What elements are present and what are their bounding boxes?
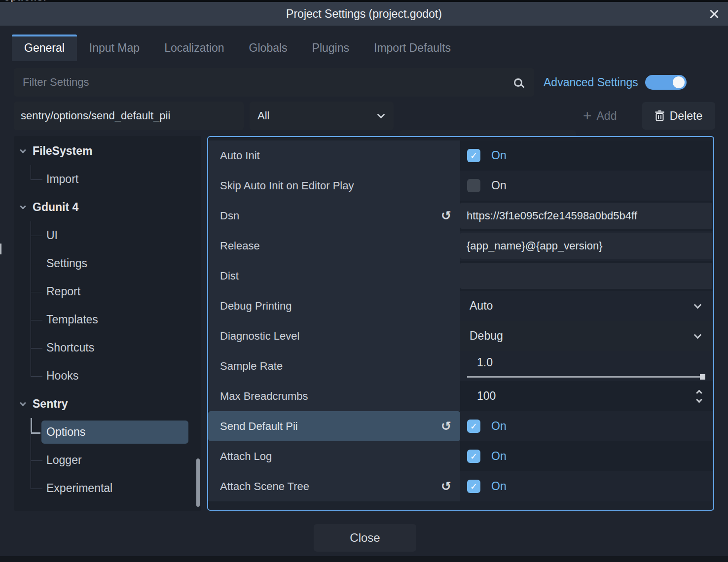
tree-item-logger[interactable]: Logger: [14, 446, 201, 474]
tab-globals[interactable]: Globals: [237, 35, 300, 61]
checkbox-state-label: On: [491, 450, 507, 463]
tree-section-label: Gdunit 4: [33, 201, 78, 214]
tree-item-label: Options: [46, 425, 85, 439]
tab-label: General: [24, 41, 65, 55]
tab-label: Globals: [249, 41, 288, 55]
text-field[interactable]: https://3f1e095cf2e14598a0bd5b4ff: [460, 203, 712, 229]
setting-value-cell[interactable]: On: [460, 171, 713, 201]
setting-row-max-breadcrumbs: Max Breadcrumbs100: [208, 381, 713, 411]
setting-label: Max Breadcrumbs: [220, 390, 308, 403]
tab-general[interactable]: General: [12, 35, 77, 61]
setting-value-cell[interactable]: Auto: [460, 291, 713, 321]
tree-item-import[interactable]: Import: [14, 165, 201, 193]
setting-label-cell[interactable]: Diagnostic Level: [208, 321, 460, 351]
tree-item-options[interactable]: Options: [14, 418, 201, 446]
tree-item-experimental[interactable]: Experimental: [14, 474, 201, 502]
property-path-field[interactable]: [14, 102, 244, 130]
tree-item-shortcuts[interactable]: Shortcuts: [14, 334, 201, 362]
setting-label-cell[interactable]: Skip Auto Init on Editor Play: [208, 171, 460, 201]
tree-item-settings[interactable]: Settings: [14, 249, 201, 278]
setting-label-cell[interactable]: Attach Log: [208, 441, 460, 471]
tab-input-map[interactable]: Input Map: [77, 35, 152, 61]
setting-label-cell[interactable]: Auto Init: [208, 140, 460, 171]
revert-icon[interactable]: ↺: [441, 420, 451, 432]
property-path-input[interactable]: [21, 109, 237, 122]
slider-track[interactable]: [467, 376, 705, 378]
dialog-title: Project Settings (project.godot): [0, 2, 728, 26]
tree-guide-line: [31, 278, 43, 306]
checkbox-state-label: On: [491, 149, 507, 162]
tree-item-gdunit-4[interactable]: Gdunit 4: [14, 193, 201, 221]
setting-value-cell[interactable]: https://3f1e095cf2e14598a0bd5b4ff: [460, 201, 713, 231]
spinner-value: 100: [477, 389, 496, 403]
tree-scrollbar[interactable]: [196, 458, 200, 507]
tree-item-ui[interactable]: UI: [14, 221, 201, 249]
filter-settings-input[interactable]: [23, 76, 514, 89]
slider-handle[interactable]: [700, 374, 705, 380]
delete-property-button[interactable]: Delete: [642, 102, 715, 130]
plus-icon: +: [583, 108, 592, 123]
setting-label-cell[interactable]: Send Default Pii↺: [208, 411, 460, 441]
background-text-fragment: options!: [4, 0, 47, 2]
checkbox[interactable]: ✓: [467, 450, 480, 463]
close-icon[interactable]: [707, 7, 721, 21]
setting-value-cell[interactable]: Debug: [460, 321, 713, 351]
setting-value-cell[interactable]: 100: [460, 381, 713, 411]
tree-item-label: Shortcuts: [46, 341, 94, 354]
setting-label: Send Default Pii: [220, 420, 298, 433]
setting-label-cell[interactable]: Sample Rate: [208, 351, 460, 381]
feature-filter-dropdown[interactable]: All: [250, 102, 394, 130]
text-field[interactable]: {app_name}@{app_version}: [460, 233, 712, 259]
setting-value-cell[interactable]: ✓On: [460, 411, 713, 441]
setting-value-cell[interactable]: ✓On: [460, 441, 713, 471]
setting-label-cell[interactable]: Max Breadcrumbs: [208, 381, 460, 411]
add-property-button[interactable]: + Add: [583, 102, 617, 130]
close-button[interactable]: Close: [314, 524, 416, 552]
setting-label-cell[interactable]: Attach Scene Tree↺: [208, 471, 460, 501]
setting-label-cell[interactable]: Release: [208, 231, 460, 261]
setting-label-cell[interactable]: Debug Printing: [208, 291, 460, 321]
tree-section-label: FileSystem: [33, 144, 92, 158]
tree-item-templates[interactable]: Templates: [14, 306, 201, 334]
text-field[interactable]: [460, 263, 712, 289]
setting-row-attach-log: Attach Log✓On: [208, 441, 713, 471]
background-window-strip: options!: [0, 0, 728, 2]
tree-guide-line: [31, 165, 43, 193]
setting-label-cell[interactable]: Dsn↺: [208, 201, 460, 231]
tab-import-defaults[interactable]: Import Defaults: [362, 35, 463, 61]
tree-items: FileSystemImportGdunit 4UISettingsReport…: [14, 137, 201, 502]
advanced-settings-label: Advanced Settings: [544, 76, 638, 89]
tree-guide-line: [31, 362, 43, 390]
advanced-settings-toggle[interactable]: [645, 75, 687, 90]
setting-label: Dist: [220, 270, 239, 282]
project-settings-dialog: options! Project Settings (project.godot…: [0, 0, 728, 562]
tab-plugins[interactable]: Plugins: [300, 35, 362, 61]
spinner-arrows[interactable]: [697, 390, 701, 402]
tree-item-hooks[interactable]: Hooks: [14, 362, 201, 390]
filter-settings-field[interactable]: [14, 68, 534, 97]
tree-item-label: Logger: [46, 454, 82, 467]
checkbox[interactable]: [467, 179, 480, 192]
setting-label-cell[interactable]: Dist: [208, 261, 460, 291]
setting-label: Diagnostic Level: [220, 330, 299, 343]
chevron-down-icon: [20, 147, 26, 153]
trash-icon: [655, 110, 664, 121]
tab-localization[interactable]: Localization: [152, 35, 236, 61]
tree-item-filesystem[interactable]: FileSystem: [14, 137, 201, 165]
setting-value-cell[interactable]: ✓On: [460, 471, 713, 501]
checkbox[interactable]: ✓: [467, 420, 480, 433]
setting-row-diagnostic-level: Diagnostic LevelDebug: [208, 321, 713, 351]
tree-item-report[interactable]: Report: [14, 278, 201, 306]
setting-value-cell[interactable]: {app_name}@{app_version}: [460, 231, 713, 261]
revert-icon[interactable]: ↺: [441, 210, 451, 222]
toggle-knob: [673, 76, 685, 88]
setting-value-cell[interactable]: 1.0: [460, 351, 713, 381]
checkbox[interactable]: ✓: [467, 149, 480, 162]
tree-item-sentry[interactable]: Sentry: [14, 390, 201, 418]
setting-value-cell[interactable]: ✓On: [460, 140, 713, 171]
setting-value-cell[interactable]: [460, 261, 713, 291]
checkbox[interactable]: ✓: [467, 480, 480, 493]
setting-row-debug-printing: Debug PrintingAuto: [208, 291, 713, 321]
revert-icon[interactable]: ↺: [441, 480, 451, 492]
chevron-down-icon: [20, 203, 26, 210]
